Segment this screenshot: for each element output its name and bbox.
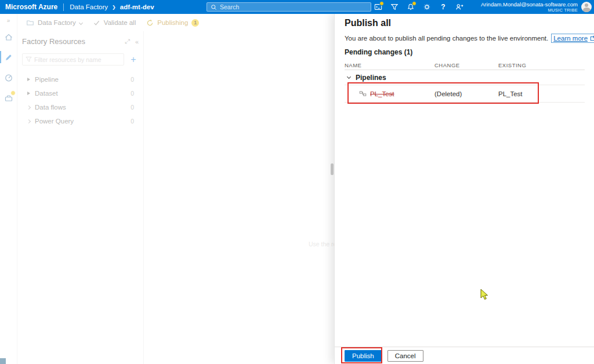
panel-footer: Publish Cancel: [335, 347, 594, 364]
nav-collapse-icon[interactable]: »: [0, 14, 17, 27]
expander-icon: [27, 92, 30, 95]
pipeline-count: 0: [131, 76, 134, 83]
column-name: NAME: [345, 62, 434, 68]
search-input[interactable]: [220, 3, 367, 10]
change-type: (Deleted): [434, 90, 498, 97]
user-tenant: MUSIC TRIBE: [548, 8, 578, 13]
search-icon: [211, 4, 217, 10]
resource-filter-input[interactable]: [34, 56, 121, 63]
avatar[interactable]: [581, 2, 592, 12]
pending-changes-table: NAME CHANGE EXISTING Pipelines PL_Test (…: [345, 60, 585, 103]
pipeline-name-deleted: PL_Test: [370, 90, 394, 97]
factory-resources-panel: Factory Resources ⤢ « + Pipeline 0 Datas…: [17, 31, 144, 364]
resource-filter[interactable]: [22, 53, 124, 65]
settings-gear-icon[interactable]: [419, 0, 435, 14]
breadcrumb: Data Factory ❯ adf-mt-dev: [70, 3, 154, 10]
gauge-icon: [4, 73, 13, 82]
expander-icon: [27, 78, 30, 81]
validate-check-icon: [93, 19, 100, 27]
cloud-shell-badge: [379, 1, 384, 6]
learn-more-link[interactable]: Learn more: [551, 34, 594, 43]
data-factory-menu[interactable]: Data Factory: [21, 16, 88, 30]
notifications-bell-icon[interactable]: [403, 0, 419, 14]
chevron-down-icon: [347, 75, 351, 79]
topbar-icons: ?: [370, 0, 468, 14]
factory-resources-title: Factory Resources: [22, 37, 119, 46]
azure-top-bar: Microsoft Azure Data Factory ❯ adf-mt-de…: [0, 0, 594, 14]
tree-item-dataset[interactable]: Dataset 0: [22, 86, 139, 100]
nav-manage[interactable]: [0, 88, 17, 108]
publishing-status[interactable]: Publishing 1: [141, 16, 204, 30]
panel-title: Publish all: [345, 18, 391, 28]
existing-name: PL_Test: [498, 90, 585, 97]
help-icon[interactable]: ?: [435, 0, 451, 14]
table-row[interactable]: PL_Test (Deleted) PL_Test: [345, 85, 585, 103]
topbar-divider: [63, 3, 64, 11]
chevron-right-icon: [27, 119, 31, 123]
breadcrumb-app[interactable]: Data Factory: [70, 3, 108, 10]
cloud-shell-icon[interactable]: [370, 0, 386, 14]
feedback-person-icon[interactable]: [451, 0, 468, 14]
breadcrumb-factory-name[interactable]: adf-mt-dev: [120, 3, 154, 10]
add-resource-button[interactable]: +: [128, 55, 139, 64]
breadcrumb-chevron-icon: ❯: [112, 5, 116, 10]
user-email: Arindam.Mondal@sonata-software.com: [481, 1, 578, 8]
account-info[interactable]: Arindam.Mondal@sonata-software.com MUSIC…: [481, 0, 578, 14]
bottom-left-chip: [0, 358, 6, 364]
home-icon: [4, 32, 13, 42]
table-header-row: NAME CHANGE EXISTING: [345, 60, 585, 70]
factory-icon: [26, 19, 34, 27]
nav-monitor[interactable]: [0, 67, 17, 88]
publish-button[interactable]: Publish: [345, 350, 382, 362]
pencil-icon: [4, 53, 13, 62]
external-link-icon: [590, 35, 594, 41]
pipelines-group-row[interactable]: Pipelines: [345, 70, 585, 85]
powerquery-count: 0: [131, 118, 134, 125]
chevron-down-icon: [79, 20, 83, 24]
publishing-spinner-icon: [146, 19, 154, 27]
publish-all-panel: Publish all You are about to publish all…: [334, 14, 594, 364]
chevron-right-icon: [27, 105, 31, 109]
collapse-panel-icon[interactable]: «: [135, 38, 139, 45]
pending-changes-heading: Pending changes (1): [345, 48, 412, 56]
scrollbar-thumb[interactable]: [331, 163, 334, 175]
cancel-button[interactable]: Cancel: [387, 350, 423, 362]
canvas-hint-text: Use the reso: [309, 241, 334, 247]
panel-description: You are about to publish all pending cha…: [345, 34, 594, 43]
pipeline-icon: [359, 90, 367, 97]
authoring-toolbar: Data Factory Validate all Publishing 1: [17, 14, 334, 31]
global-search[interactable]: [207, 2, 371, 12]
azure-brand[interactable]: Microsoft Azure: [0, 3, 63, 11]
nav-author[interactable]: [0, 47, 17, 67]
column-change: CHANGE: [434, 62, 498, 68]
notifications-badge: [412, 1, 416, 6]
publishing-count-badge: 1: [191, 19, 199, 27]
column-existing: EXISTING: [498, 62, 585, 68]
tree-item-powerquery[interactable]: Power Query 0: [22, 114, 139, 128]
expand-panel-icon[interactable]: ⤢: [125, 38, 130, 45]
validate-all-button[interactable]: Validate all: [88, 16, 141, 30]
dataset-count: 0: [131, 90, 134, 97]
filter-funnel-icon: [26, 56, 32, 63]
directory-filter-icon[interactable]: [386, 0, 403, 14]
manage-badge: [10, 90, 16, 96]
dataflows-count: 0: [131, 104, 134, 111]
studio-left-nav: »: [0, 14, 17, 364]
tree-item-dataflows[interactable]: Data flows 0: [22, 100, 139, 114]
nav-home[interactable]: [0, 27, 17, 47]
resource-tree: Pipeline 0 Dataset 0 Data flows 0 Power …: [22, 72, 139, 128]
tree-item-pipeline[interactable]: Pipeline 0: [22, 72, 139, 86]
